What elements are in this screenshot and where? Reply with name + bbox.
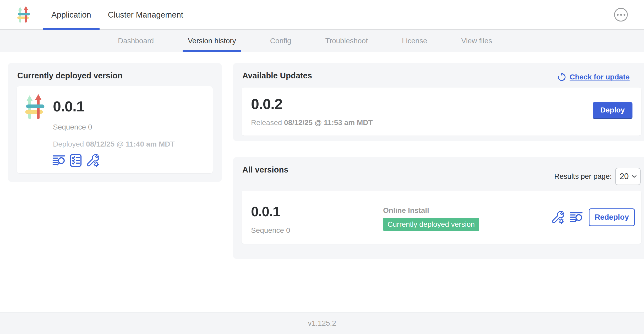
check-for-update-label: Check for update	[570, 73, 630, 81]
app-logo-arrows-icon	[23, 94, 46, 120]
logs-search-icon[interactable]	[570, 211, 583, 224]
update-version-number: 0.0.2	[251, 95, 282, 112]
tab-cluster-management-label: Cluster Management	[108, 10, 183, 20]
app-footer: v1.125.2	[0, 312, 644, 334]
row-install-type: Online Install	[383, 206, 429, 215]
tab-application[interactable]: Application	[43, 0, 100, 30]
update-released-timestamp: Released 08/12/25 @ 11:53 am MDT	[251, 118, 373, 127]
tab-application-label: Application	[51, 10, 91, 20]
subnav-label: View files	[461, 37, 492, 45]
refresh-icon	[557, 72, 566, 82]
wrench-gear-icon[interactable]	[86, 154, 99, 167]
chevron-down-icon	[632, 175, 637, 178]
update-row: 0.0.2 Released 08/12/25 @ 11:53 am MDT D…	[242, 88, 641, 136]
all-versions-title: All versions	[242, 165, 288, 175]
app-logo-arrows-icon	[16, 6, 31, 24]
wrench-gear-icon[interactable]	[551, 211, 564, 224]
console-version: v1.125.2	[308, 319, 336, 327]
subnav-item-view-files[interactable]: View files	[444, 30, 509, 52]
subnav-label: Troubleshoot	[325, 37, 368, 45]
app-header: Application Cluster Management	[0, 0, 644, 30]
deployed-version-panel: 0.0.1 Sequence 0 Deployed 08/12/25 @ 11:…	[17, 86, 213, 173]
results-per-page-label: Results per page:	[554, 172, 612, 181]
subnav-item-config[interactable]: Config	[253, 30, 308, 52]
subnav-label: Dashboard	[118, 37, 154, 45]
subnav-label: Version history	[188, 37, 236, 45]
subnav-item-troubleshoot[interactable]: Troubleshoot	[308, 30, 385, 52]
overflow-menu-button[interactable]	[614, 8, 628, 21]
released-prefix: Released	[251, 118, 284, 127]
deployed-version-number: 0.0.1	[53, 98, 84, 115]
main-content: Currently deployed version 0.0.1 Sequenc…	[0, 52, 644, 312]
deploy-button[interactable]: Deploy	[593, 102, 632, 118]
currently-deployed-badge: Currently deployed version	[383, 218, 479, 231]
deployed-sequence: Sequence 0	[53, 123, 92, 131]
currently-deployed-title: Currently deployed version	[17, 71, 122, 80]
redeploy-button[interactable]: Redeploy	[589, 208, 635, 226]
available-updates-title: Available Updates	[242, 71, 312, 80]
preflight-checklist-icon[interactable]	[69, 154, 82, 167]
subnav-label: Config	[270, 37, 291, 45]
tab-cluster-management[interactable]: Cluster Management	[100, 0, 192, 30]
currently-deployed-card: Currently deployed version 0.0.1 Sequenc…	[8, 63, 222, 182]
deployed-timestamp: Deployed 08/12/25 @ 11:40 am MDT	[53, 140, 175, 148]
row-sequence: Sequence 0	[251, 226, 290, 235]
subnav-label: License	[402, 37, 427, 45]
all-versions-card: All versions Results per page: 20 0.0.1 …	[233, 157, 644, 259]
results-per-page-select[interactable]: 20	[615, 168, 641, 185]
check-for-update-link[interactable]: Check for update	[557, 72, 630, 82]
header-tabs: Application Cluster Management	[43, 0, 192, 30]
subnav-item-license[interactable]: License	[385, 30, 444, 52]
logs-search-icon[interactable]	[52, 154, 66, 167]
available-updates-card: Available Updates Check for update 0.0.2…	[233, 63, 644, 141]
subnav-item-version-history[interactable]: Version history	[171, 30, 253, 52]
row-version-number: 0.0.1	[251, 204, 280, 219]
subnav-item-dashboard[interactable]: Dashboard	[101, 30, 171, 52]
released-date: 08/12/25 @ 11:53 am MDT	[284, 118, 373, 127]
ellipsis-icon	[617, 14, 625, 16]
deployed-prefix: Deployed	[53, 140, 86, 148]
deployed-action-icons	[52, 154, 99, 167]
results-per-page: Results per page: 20	[554, 168, 641, 185]
results-per-page-value: 20	[620, 172, 629, 181]
deployed-date: 08/12/25 @ 11:40 am MDT	[86, 140, 175, 148]
app-subnav: Dashboard Version history Config Trouble…	[0, 30, 644, 52]
version-row: 0.0.1 Sequence 0 Online Install Currentl…	[242, 191, 641, 244]
row-actions: Redeploy	[551, 191, 635, 244]
